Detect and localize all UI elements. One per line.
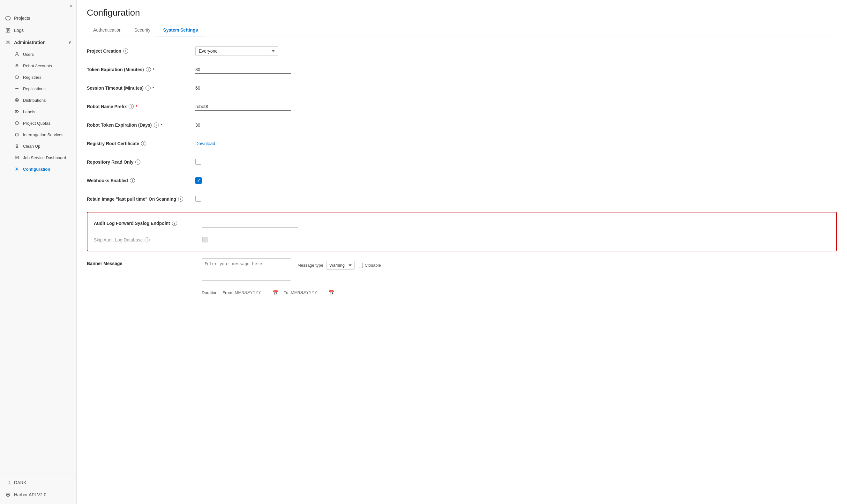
tab-security[interactable]: Security: [128, 24, 157, 36]
to-date-group: To 📅: [284, 289, 335, 296]
to-label: To: [284, 290, 288, 295]
repository-read-only-checkbox[interactable]: [195, 159, 201, 165]
webhooks-enabled-info-icon[interactable]: i: [130, 178, 135, 183]
closable-label[interactable]: Closable: [358, 263, 381, 268]
banner-message-section: Banner Message Message type Warning Info…: [87, 258, 837, 282]
tab-authentication[interactable]: Authentication: [87, 24, 128, 36]
configuration-icon: [14, 166, 20, 172]
robot-name-prefix-label: Robot Name Prefix i *: [87, 104, 195, 109]
skip-audit-log-label: Skip Audit Log Database i: [94, 237, 202, 242]
session-timeout-info-icon[interactable]: i: [145, 86, 151, 91]
sidebar-item-robot-accounts[interactable]: Robot Accounts: [0, 60, 76, 71]
sidebar-item-projects[interactable]: Projects: [0, 12, 76, 24]
sidebar-item-logs-label: Logs: [14, 28, 71, 33]
robot-name-prefix-control: [195, 103, 291, 111]
webhooks-enabled-checkbox[interactable]: [195, 177, 202, 184]
svg-point-6: [16, 53, 18, 54]
closable-checkbox[interactable]: [358, 263, 363, 268]
registry-root-cert-row: Registry Root Certificate i Download: [87, 138, 837, 149]
sidebar-item-labels-label: Labels: [23, 109, 35, 114]
banner-message-options: Message type Warning Info Danger Success…: [297, 258, 381, 270]
svg-marker-10: [15, 76, 19, 79]
robot-token-expiration-required: *: [161, 123, 162, 128]
token-expiration-row: Token Expiration (Minutes) i *: [87, 64, 837, 75]
robot-name-prefix-row: Robot Name Prefix i *: [87, 101, 837, 112]
retain-image-info-icon[interactable]: i: [178, 197, 183, 202]
skip-audit-log-row: Skip Audit Log Database i: [94, 234, 830, 246]
sidebar-item-labels[interactable]: Labels: [0, 106, 76, 118]
duration-label: Duration: [202, 290, 217, 295]
retain-image-checkbox[interactable]: [195, 196, 201, 202]
audit-log-section: Audit Log Forward Syslog Endpoint i Skip…: [87, 212, 837, 251]
registry-root-cert-info-icon[interactable]: i: [141, 141, 146, 146]
skip-audit-log-checkbox: [202, 237, 208, 242]
repository-read-only-label: Repository Read Only i: [87, 160, 195, 165]
banner-message-label: Banner Message: [87, 258, 195, 266]
audit-log-syslog-info-icon[interactable]: i: [172, 221, 177, 226]
sidebar-item-replications[interactable]: Replications: [0, 83, 76, 94]
svg-marker-0: [6, 16, 10, 20]
tab-system-settings[interactable]: System Settings: [157, 24, 204, 36]
robot-token-expiration-label: Robot Token Expiration (Days) i *: [87, 123, 195, 128]
project-creation-select[interactable]: Everyone Admins Only Nobody: [195, 46, 278, 56]
robot-token-expiration-info-icon[interactable]: i: [154, 123, 159, 128]
skip-audit-log-control: [202, 237, 298, 244]
sidebar-item-distributions[interactable]: Distributions: [0, 94, 76, 106]
sidebar-item-users-label: Users: [23, 52, 34, 57]
sidebar-item-project-quotas[interactable]: Project Quotas: [0, 118, 76, 129]
download-link[interactable]: Download: [195, 141, 215, 146]
sidebar-item-distributions-label: Distributions: [23, 98, 46, 103]
sidebar-item-harbor-api[interactable]: Harbor API V2.0: [0, 489, 76, 501]
administration-icon: [5, 39, 11, 45]
sidebar-item-registries[interactable]: Registries: [0, 71, 76, 83]
message-type-select[interactable]: Warning Info Danger Success: [327, 261, 355, 270]
project-creation-info-icon[interactable]: i: [123, 49, 128, 54]
sidebar-collapse-button[interactable]: «: [0, 0, 76, 12]
sidebar-item-interrogation-services[interactable]: Interrogation Services: [0, 129, 76, 140]
svg-point-24: [6, 493, 10, 497]
to-calendar-icon[interactable]: 📅: [329, 290, 335, 296]
banner-message-textarea[interactable]: [202, 258, 291, 281]
svg-point-23: [16, 168, 18, 170]
sidebar-item-replications-label: Replications: [23, 87, 46, 91]
sidebar-item-administration[interactable]: Administration ∨: [0, 36, 76, 49]
registries-icon: [14, 74, 20, 80]
webhooks-enabled-control: [195, 177, 291, 184]
to-date-input[interactable]: [291, 289, 326, 296]
token-expiration-required: *: [153, 67, 155, 72]
sidebar-item-configuration-label: Configuration: [23, 167, 50, 172]
audit-log-syslog-input[interactable]: [202, 219, 298, 228]
from-date-input[interactable]: [234, 289, 270, 296]
skip-audit-log-info-icon[interactable]: i: [145, 237, 150, 242]
sidebar-item-registries-label: Registries: [23, 75, 41, 80]
robot-name-prefix-info-icon[interactable]: i: [129, 104, 134, 109]
administration-chevron-icon: ∨: [68, 40, 71, 44]
sidebar-item-configuration[interactable]: Configuration: [0, 163, 76, 175]
audit-log-syslog-row: Audit Log Forward Syslog Endpoint i: [94, 218, 830, 229]
from-label: From: [223, 290, 232, 295]
repository-read-only-info-icon[interactable]: i: [135, 160, 140, 165]
registry-root-cert-label: Registry Root Certificate i: [87, 141, 195, 146]
sidebar-item-dark-mode[interactable]: ☽ DARK: [0, 476, 76, 489]
project-creation-label: Project Creation i: [87, 49, 195, 54]
sidebar: « Projects Logs: [0, 0, 76, 504]
token-expiration-control: [195, 66, 291, 74]
sidebar-item-clean-up[interactable]: Clean Up: [0, 140, 76, 152]
project-quotas-icon: [14, 120, 20, 126]
clean-up-icon: [14, 143, 20, 149]
session-timeout-input[interactable]: [195, 84, 291, 92]
retain-image-row: Retain Image "last pull time" On Scannin…: [87, 193, 837, 205]
projects-icon: [5, 15, 11, 21]
harbor-api-icon: [5, 492, 11, 498]
dark-mode-label: DARK: [14, 480, 71, 485]
sidebar-item-job-service-dashboard[interactable]: Job Service Dashboard: [0, 152, 76, 163]
page-title: Configuration: [87, 8, 837, 18]
sidebar-item-logs[interactable]: Logs: [0, 24, 76, 36]
token-expiration-info-icon[interactable]: i: [146, 67, 151, 72]
from-calendar-icon[interactable]: 📅: [272, 290, 279, 296]
robot-token-expiration-input[interactable]: [195, 121, 291, 129]
sidebar-item-users[interactable]: Users: [0, 49, 76, 60]
robot-name-prefix-input[interactable]: [195, 103, 291, 111]
token-expiration-input[interactable]: [195, 66, 291, 74]
repository-read-only-row: Repository Read Only i: [87, 156, 837, 168]
